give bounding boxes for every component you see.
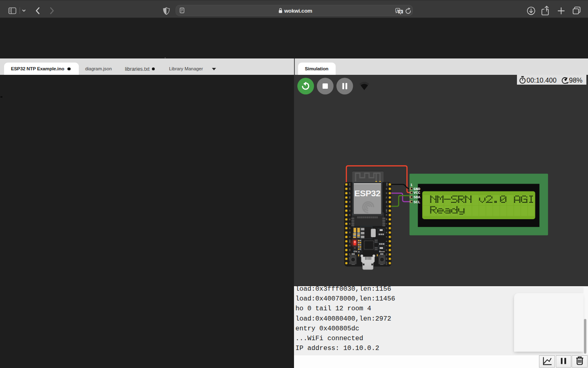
svg-text:3V3: 3V3	[348, 183, 350, 186]
svg-text:26: 26	[348, 222, 350, 224]
svg-text:16: 16	[385, 231, 388, 233]
svg-text:98%: 98%	[569, 76, 582, 84]
svg-text:21: 21	[385, 205, 388, 207]
svg-text:SCL: SCL	[413, 200, 420, 204]
svg-text:wokwi.com: wokwi.com	[284, 8, 312, 14]
svg-text:EN: EN	[348, 188, 350, 190]
svg-text:14: 14	[348, 231, 350, 233]
svg-text:25: 25	[348, 218, 350, 220]
svg-text:CLK: CLK	[385, 262, 388, 265]
svg-text:18: 18	[385, 218, 388, 220]
svg-text:22: 22	[385, 192, 388, 194]
svg-text:D0: D0	[385, 258, 388, 260]
svg-text:27: 27	[348, 227, 350, 229]
svg-text:D1: D1	[385, 253, 388, 256]
svg-text:23: 23	[385, 188, 388, 190]
svg-text:VN: VN	[348, 196, 350, 199]
svg-text:ESP32: ESP32	[354, 188, 380, 198]
svg-text:VCC: VCC	[413, 191, 420, 195]
svg-text:34: 34	[348, 201, 350, 203]
svg-text:32: 32	[348, 209, 350, 211]
svg-text:33: 33	[348, 214, 350, 216]
svg-text:RX: RX	[385, 201, 388, 203]
svg-text:D2: D2	[348, 249, 350, 251]
svg-text:35: 35	[348, 205, 350, 207]
svg-text:文: 文	[399, 10, 403, 14]
svg-text:12: 12	[348, 236, 350, 238]
svg-text:TX: TX	[385, 196, 388, 198]
svg-text:Boot: Boot	[379, 250, 385, 253]
svg-text:GND: GND	[385, 183, 388, 186]
svg-text:00:10.400: 00:10.400	[526, 76, 556, 84]
svg-text:1: 1	[410, 183, 412, 187]
svg-text:GND: GND	[385, 209, 388, 213]
svg-text:VP: VP	[348, 192, 350, 195]
svg-text:19: 19	[385, 214, 388, 216]
svg-text:SDA: SDA	[413, 195, 420, 200]
svg-text:15: 15	[385, 249, 388, 251]
svg-text:EN: EN	[354, 250, 357, 253]
svg-text:17: 17	[385, 227, 388, 229]
